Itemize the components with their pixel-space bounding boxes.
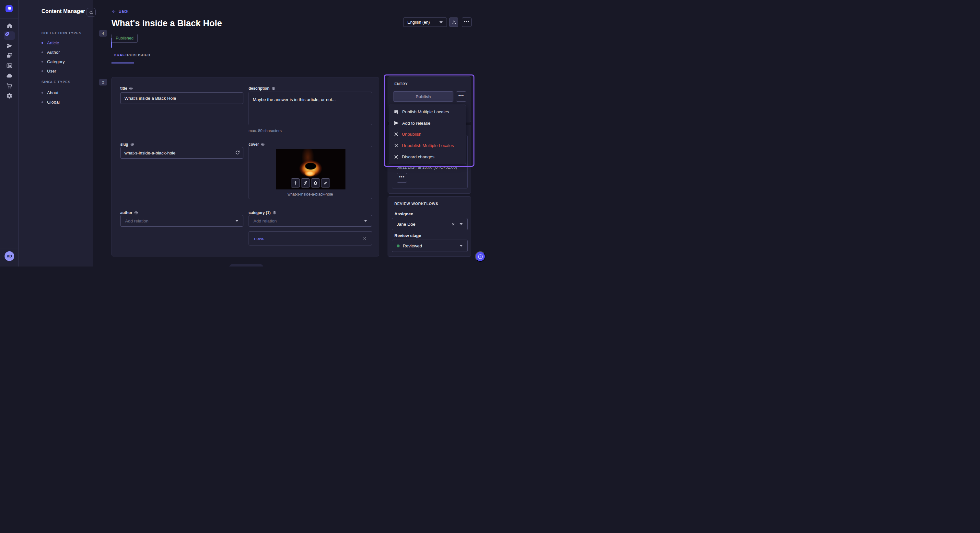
search-button[interactable] <box>86 8 95 17</box>
sidebar-item-label: Author <box>47 50 60 55</box>
entry-form-card: title description Maybe the answer is in… <box>111 77 379 257</box>
nav-item-content-manager[interactable] <box>4 32 15 40</box>
search-icon <box>89 10 93 14</box>
menu-item-unpublish[interactable]: Unpublish <box>389 129 466 140</box>
cross-icon <box>394 132 399 136</box>
back-link[interactable]: Back <box>111 9 128 14</box>
select-placeholder: Add relation <box>125 219 148 224</box>
field-label-text: author <box>120 211 132 215</box>
arrow-left-icon <box>111 9 116 14</box>
slug-input[interactable] <box>120 147 243 159</box>
marketplace-cart-icon[interactable] <box>6 82 13 89</box>
sidebar-divider <box>41 23 49 23</box>
sidebar-item-article[interactable]: Article <box>41 40 97 46</box>
sidebar-title: Content Manager <box>41 8 85 14</box>
menu-item-label: Publish Multiple Locales <box>402 109 449 114</box>
refresh-icon <box>235 150 240 155</box>
settings-gear-icon[interactable] <box>6 92 13 99</box>
sidebar-item-label: Global <box>47 100 60 105</box>
tab-published[interactable]: PUBLISHED <box>127 53 150 57</box>
ellipsis-icon: ••• <box>399 174 405 179</box>
description-textarea[interactable]: Maybe the answer is in this article, or … <box>248 92 372 125</box>
locale-select[interactable]: English (en) <box>403 17 447 27</box>
home-icon[interactable] <box>6 22 13 29</box>
publish-button[interactable]: Publish <box>393 91 453 102</box>
bullet-icon <box>41 102 43 103</box>
feather-icon <box>4 32 10 37</box>
slug-field-label: slug <box>120 142 134 147</box>
delete-asset-button[interactable] <box>311 178 320 187</box>
plus-icon <box>293 181 298 185</box>
add-asset-button[interactable] <box>291 178 300 187</box>
close-icon <box>452 222 455 226</box>
menu-item-discard-changes[interactable]: Discard changes <box>389 151 466 163</box>
clear-assignee-button[interactable] <box>452 222 455 226</box>
menu-item-unpublish-multiple-locales[interactable]: Unpublish Multiple Locales <box>389 140 466 151</box>
remove-relation-button[interactable] <box>363 237 366 240</box>
globe-icon <box>134 211 138 215</box>
avatar-initials: KD <box>7 254 12 258</box>
category-relation-select[interactable]: Add relation <box>248 215 372 227</box>
menu-item-publish-multiple-locales[interactable]: Publish Multiple Locales <box>389 106 466 117</box>
cover-filename: what-s-inside-a-black-hole <box>249 192 372 197</box>
content-manager-sidebar: Content Manager COLLECTION TYPES 4 Artic… <box>19 0 93 266</box>
sidebar-item-user[interactable]: User <box>41 68 97 74</box>
globe-icon <box>129 86 133 90</box>
regenerate-slug-button[interactable] <box>235 150 240 155</box>
strapi-logo[interactable] <box>5 5 13 12</box>
description-helper: max. 80 characters <box>248 128 282 133</box>
header-more-button[interactable]: ••• <box>462 17 471 27</box>
author-field-label: author <box>120 211 138 215</box>
author-relation-select[interactable]: Add relation <box>120 215 243 227</box>
section-single-types: SINGLE TYPES <box>41 80 71 84</box>
releases-icon[interactable] <box>6 42 13 49</box>
release-more-button[interactable]: ••• <box>397 173 407 182</box>
title-input[interactable] <box>120 92 243 104</box>
help-button[interactable]: ? <box>475 251 485 262</box>
list-plus-icon <box>394 109 399 114</box>
sidebar-item-global[interactable]: Global <box>41 99 97 105</box>
sidebar-item-label: Category <box>47 59 65 64</box>
cover-field: what-s-inside-a-black-hole <box>248 146 372 199</box>
assignee-value: Jane Doe <box>397 222 452 227</box>
menu-item-add-to-release[interactable]: Add to release <box>389 117 466 129</box>
back-label: Back <box>119 9 128 14</box>
active-tab-underline <box>111 62 134 63</box>
edit-asset-button[interactable] <box>321 178 330 187</box>
field-label-text: category (1) <box>248 211 270 215</box>
menu-item-label: Unpublish <box>402 132 421 136</box>
sidebar-item-category[interactable]: Category <box>41 58 97 65</box>
sidebar-item-label: About <box>47 90 58 95</box>
user-avatar[interactable]: KD <box>5 251 14 261</box>
menu-item-label: Add to release <box>402 121 430 125</box>
trash-icon <box>313 181 318 185</box>
strapi-admin: KD Content Manager COLLECTION TYPES 4 Ar… <box>0 0 490 266</box>
tab-draft[interactable]: DRAFT <box>114 53 127 57</box>
chevron-down-icon <box>460 223 463 225</box>
globe-icon <box>272 86 275 90</box>
review-stage-select[interactable]: Reviewed <box>392 240 468 252</box>
cover-actions <box>291 178 330 187</box>
relation-link-news[interactable]: news <box>254 236 264 241</box>
review-workflows-panel: REVIEW WORKFLOWS Assignee Jane Doe Revie… <box>388 196 471 257</box>
copy-link-button[interactable] <box>301 178 310 187</box>
assignee-select[interactable]: Jane Doe <box>392 218 468 230</box>
bottom-sheet-peek <box>229 264 264 266</box>
field-label-text: description <box>248 86 270 90</box>
paper-plane-icon <box>394 121 399 125</box>
media-library-icon[interactable] <box>6 52 13 59</box>
sidebar-item-about[interactable]: About <box>41 89 97 96</box>
content-type-builder-icon[interactable] <box>6 62 13 69</box>
pencil-icon <box>323 181 328 185</box>
entry-more-button[interactable]: ••• <box>456 91 466 102</box>
locale-value: English (en) <box>407 20 430 25</box>
sidebar-item-author[interactable]: Author <box>41 49 97 56</box>
cloud-icon[interactable] <box>6 72 13 79</box>
svg-text:?: ? <box>480 255 481 258</box>
export-download-button[interactable] <box>449 17 458 27</box>
chevron-down-icon <box>235 220 239 222</box>
chevron-down-icon <box>460 245 463 247</box>
single-types-count: 2 <box>99 79 107 86</box>
cross-icon <box>394 154 399 159</box>
stage-value: Reviewed <box>403 244 460 248</box>
